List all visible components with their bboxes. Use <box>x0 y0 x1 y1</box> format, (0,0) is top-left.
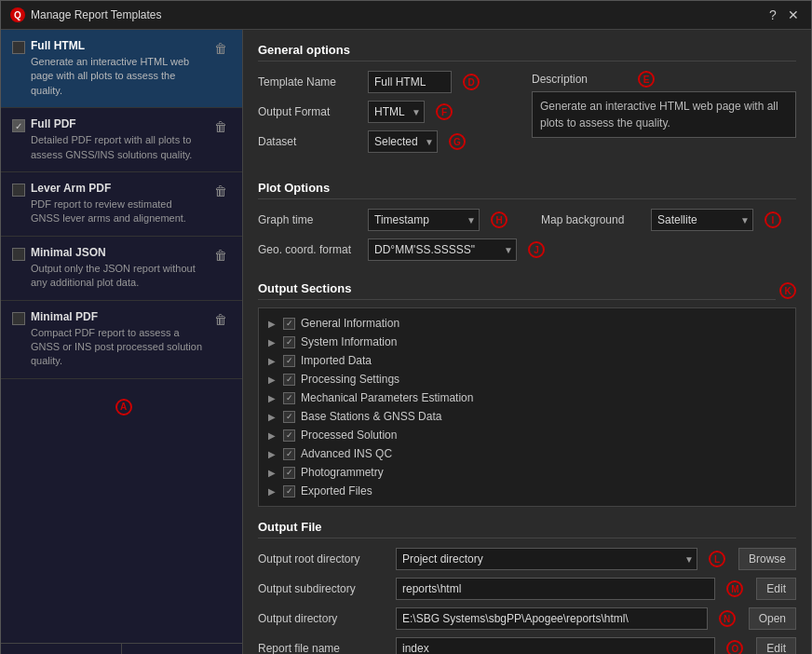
section-checkbox-mechanical[interactable]: ✓ <box>283 392 295 404</box>
section-advanced-ins-qc[interactable]: ▶ ✓ Advanced INS QC <box>259 444 795 463</box>
section-imported-data[interactable]: ▶ ✓ Imported Data <box>259 351 795 370</box>
section-checkbox-imported[interactable]: ✓ <box>283 355 295 367</box>
template-checkbox-full-html[interactable] <box>12 41 25 54</box>
section-label-mechanical: Mechanical Parameters Estimation <box>301 391 473 404</box>
section-checkbox-general[interactable]: ✓ <box>283 318 295 330</box>
annotation-d: D <box>463 74 480 90</box>
annotation-i: I <box>765 211 781 228</box>
annotation-f: F <box>436 103 453 120</box>
template-name-label: Template Name <box>258 75 360 89</box>
output-subdir-row: Output subdirectory M Edit <box>258 578 796 600</box>
delete-minimal-json-button[interactable]: 🗑 <box>210 246 231 265</box>
expand-arrow-photo: ▶ <box>268 468 277 478</box>
open-dir-button[interactable]: Open <box>749 607 796 630</box>
section-system-information[interactable]: ▶ ✓ System Information <box>259 333 795 351</box>
right-panel: General options Template Name D Output F… <box>243 30 811 654</box>
section-base-stations[interactable]: ▶ ✓ Base Stations & GNSS Data <box>259 407 795 426</box>
add-template-button[interactable]: B + <box>1 644 122 655</box>
template-checkbox-lever-arm-pdf[interactable] <box>12 184 25 197</box>
geo-coord-select[interactable]: DD°MM'SS.SSSSS" Decimal Degrees DMS <box>368 238 517 261</box>
template-desc-full-html: Generate an interactive HTML web page wi… <box>31 55 203 98</box>
map-background-select-wrapper: Satellite Street None ▼ <box>651 209 753 231</box>
graph-time-row: Graph time Timestamp GPS Time UTC Time ▼… <box>258 209 796 231</box>
section-exported-files[interactable]: ▶ ✓ Exported Files <box>259 482 795 500</box>
section-label-exported: Exported Files <box>301 484 372 497</box>
section-label-processing: Processing Settings <box>301 373 399 386</box>
section-mechanical-params[interactable]: ▶ ✓ Mechanical Parameters Estimation <box>259 388 795 407</box>
expand-arrow-general: ▶ <box>268 319 277 329</box>
delete-full-html-button[interactable]: 🗑 <box>210 39 231 58</box>
section-checkbox-processed[interactable]: ✓ <box>283 429 295 442</box>
template-name-full-pdf: Full PDF <box>31 117 203 130</box>
report-filename-label: Report file name <box>258 642 388 654</box>
section-label-system: System Information <box>301 335 397 348</box>
expand-arrow-advanced: ▶ <box>268 449 277 459</box>
template-name-full-html: Full HTML <box>31 39 203 52</box>
expand-arrow-exported: ▶ <box>268 486 277 497</box>
browse-button[interactable]: Browse <box>738 548 796 570</box>
delete-minimal-pdf-button[interactable]: 🗑 <box>210 310 231 329</box>
template-checkbox-minimal-json[interactable] <box>12 248 25 261</box>
annotation-g: G <box>449 133 466 150</box>
annotation-m: M <box>726 580 743 597</box>
output-file-section: Output File Output root directory Projec… <box>258 520 796 654</box>
graph-time-label: Graph time <box>258 213 360 226</box>
output-root-dir-select-wrapper: Project directory ▼ <box>396 548 697 570</box>
map-background-select[interactable]: Satellite Street None <box>651 209 753 231</box>
template-item-full-html[interactable]: Full HTML Generate an interactive HTML w… <box>1 30 242 108</box>
section-photogrammetry[interactable]: ▶ ✓ Photogrammetry <box>259 463 795 482</box>
template-item-lever-arm-pdf[interactable]: Lever Arm PDF PDF report to review estim… <box>1 172 242 237</box>
left-bottom: B + C ❐ <box>1 643 242 654</box>
template-item-minimal-pdf[interactable]: Minimal PDF Compact PDF report to assess… <box>1 301 242 379</box>
close-title-button[interactable]: ✕ <box>785 7 802 23</box>
section-checkbox-advanced[interactable]: ✓ <box>283 448 295 460</box>
output-root-dir-row: Output root directory Project directory … <box>258 548 796 570</box>
plot-options-header: Plot Options <box>258 181 796 199</box>
expand-arrow-mechanical: ▶ <box>268 393 277 403</box>
output-root-dir-label: Output root directory <box>258 552 388 565</box>
section-label-advanced: Advanced INS QC <box>301 447 392 460</box>
geo-coord-select-wrapper: DD°MM'SS.SSSSS" Decimal Degrees DMS ▼ <box>368 238 517 261</box>
template-name-input[interactable] <box>368 71 452 93</box>
output-file-header: Output File <box>258 520 796 538</box>
section-general-information[interactable]: ▶ ✓ General Information <box>259 314 795 333</box>
section-label-imported: Imported Data <box>301 354 372 367</box>
section-processing-settings[interactable]: ▶ ✓ Processing Settings <box>259 370 795 388</box>
section-processed-solution[interactable]: ▶ ✓ Processed Solution <box>259 426 795 444</box>
annotation-n: N <box>719 610 736 627</box>
report-filename-input[interactable] <box>396 637 715 654</box>
section-checkbox-photo[interactable]: ✓ <box>283 467 295 479</box>
template-checkbox-minimal-pdf[interactable] <box>12 312 25 325</box>
section-checkbox-exported[interactable]: ✓ <box>283 485 295 497</box>
template-desc-full-pdf: Detailed PDF report with all plots to as… <box>31 133 203 162</box>
output-format-row: Output Format HTML PDF JSON ▼ F <box>258 101 522 123</box>
output-format-select[interactable]: HTML PDF JSON <box>368 101 425 123</box>
help-button[interactable]: ? <box>765 7 781 23</box>
clone-template-button[interactable]: C ❐ <box>122 644 242 655</box>
template-name-row: Template Name D <box>258 71 522 93</box>
delete-full-pdf-button[interactable]: 🗑 <box>210 117 231 136</box>
template-item-minimal-json[interactable]: Minimal JSON Output only the JSON report… <box>1 237 242 301</box>
output-root-dir-select[interactable]: Project directory <box>396 548 697 570</box>
template-name-minimal-json: Minimal JSON <box>31 246 203 259</box>
graph-time-select[interactable]: Timestamp GPS Time UTC Time <box>368 209 480 231</box>
graph-time-select-wrapper: Timestamp GPS Time UTC Time ▼ <box>368 209 480 231</box>
section-checkbox-base[interactable]: ✓ <box>283 411 295 423</box>
description-box: Generate an interactive HTML web page wi… <box>532 91 796 138</box>
section-checkbox-system[interactable]: ✓ <box>283 336 295 348</box>
delete-lever-arm-pdf-button[interactable]: 🗑 <box>210 182 231 200</box>
template-checkbox-full-pdf[interactable]: ✓ <box>12 119 25 132</box>
template-item-full-pdf[interactable]: ✓ Full PDF Detailed PDF report with all … <box>1 108 242 172</box>
edit-filename-button[interactable]: Edit <box>756 637 796 654</box>
output-dir-label: Output directory <box>258 612 388 625</box>
template-name-lever-arm-pdf: Lever Arm PDF <box>31 182 203 195</box>
output-dir-input[interactable] <box>396 607 708 630</box>
dataset-select[interactable]: Selected All Current <box>368 130 438 153</box>
output-subdir-input[interactable] <box>396 578 715 600</box>
section-label-photo: Photogrammetry <box>301 466 384 479</box>
section-checkbox-processing[interactable]: ✓ <box>283 374 295 386</box>
edit-subdir-button[interactable]: Edit <box>756 578 796 600</box>
geo-coord-row: Geo. coord. format DD°MM'SS.SSSSS" Decim… <box>258 238 796 261</box>
section-label-base: Base Stations & GNSS Data <box>301 410 441 423</box>
annotation-a: A <box>115 399 132 416</box>
